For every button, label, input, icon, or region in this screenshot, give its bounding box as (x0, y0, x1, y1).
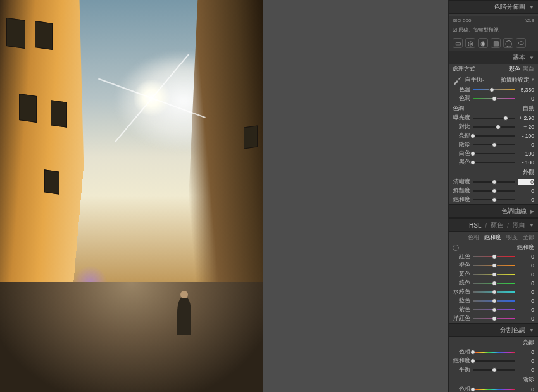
contrast-slider[interactable] (473, 123, 515, 131)
local-tools: ▭ ◎ ◉ ▤ ◯ ⬭ (449, 35, 538, 51)
tonecurve-header[interactable]: 色調曲線▶ (449, 204, 538, 218)
saturation-slider[interactable] (473, 196, 515, 204)
split-toning-header[interactable]: 分割色調▼ (449, 323, 538, 337)
tab-all[interactable]: 全部 (523, 233, 534, 242)
hsl-red-slider[interactable] (473, 253, 515, 260)
collapse-icon: ▼ (529, 328, 534, 333)
crop-tool-icon[interactable]: ▭ (453, 38, 463, 48)
hsl-magenta-slider[interactable] (473, 315, 515, 322)
exposure-slider[interactable] (473, 114, 515, 122)
histogram-header[interactable]: 色階分佈圖 ▼ (449, 0, 538, 14)
treatment-label: 處理方式 (453, 66, 475, 73)
hsl-tabs: 色相 飽和度 明度 全部 (449, 232, 538, 243)
iso-value: ISO 500 (453, 18, 471, 23)
grad-tool-icon[interactable]: ▤ (491, 38, 501, 48)
hsl-yellow-slider[interactable] (473, 271, 515, 278)
auto-tone-button[interactable]: 自動 (523, 104, 534, 113)
target-adjust-icon[interactable] (453, 245, 459, 251)
collapse-icon: ▼ (529, 55, 534, 61)
hsl-blue-slider[interactable] (473, 297, 515, 305)
split-balance-slider[interactable] (473, 366, 515, 374)
collapse-icon: ▼ (529, 223, 534, 228)
vibrance-slider[interactable] (473, 187, 515, 195)
collapse-icon: ▶ (530, 209, 534, 214)
tab-hue[interactable]: 色相 (468, 233, 479, 242)
split-hi-hue-slider[interactable] (473, 348, 515, 356)
highlights-slider[interactable] (473, 132, 515, 140)
wb-preset-dropdown[interactable]: 拍攝時設定 (501, 76, 529, 84)
eyedropper-icon[interactable] (453, 75, 463, 85)
shadows-slider[interactable] (473, 141, 515, 149)
temp-slider[interactable] (473, 86, 515, 94)
radial-tool-icon[interactable]: ◯ (503, 38, 513, 48)
redeye-tool-icon[interactable]: ◉ (478, 38, 488, 48)
treatment-bw[interactable]: 黑白 (523, 65, 534, 73)
tint-slider[interactable] (473, 95, 515, 102)
blacks-slider[interactable] (473, 159, 515, 166)
hsl-orange-slider (473, 262, 515, 269)
hsl-aqua-slider[interactable] (473, 288, 515, 296)
split-hi-sat-slider[interactable] (473, 357, 515, 365)
histogram-title: 色階分佈圖 (494, 3, 525, 11)
aperture-value: f/2.8 (524, 18, 534, 23)
chevron-down-icon: ▾ (532, 77, 534, 82)
whites-slider[interactable] (473, 150, 515, 157)
brush-tool-icon[interactable]: ⬭ (516, 38, 526, 48)
clarity-slider[interactable] (473, 178, 515, 186)
exif-strip: ISO 500 f/2.8 (449, 16, 538, 25)
hsl-purple-slider[interactable] (473, 306, 515, 314)
develop-panel: 色階分佈圖 ▼ ISO 500 f/2.8 ☑ 原稿、智慧型預視 ▭ ◎ ◉ ▤… (448, 0, 538, 392)
hsl-header[interactable]: HSL/ 顏色/ 黑白 ▼ (449, 218, 538, 232)
preview-image[interactable] (0, 0, 263, 392)
tab-luminance[interactable]: 明度 (506, 233, 518, 242)
split-sh-hue-slider[interactable] (473, 386, 515, 392)
hsl-green-slider[interactable] (473, 279, 515, 287)
basic-header[interactable]: 基本 ▼ (449, 51, 538, 64)
collapse-icon: ▼ (529, 4, 534, 10)
canvas-area[interactable] (0, 0, 448, 392)
treatment-color[interactable]: 彩色 (509, 65, 520, 73)
tab-saturation[interactable]: 飽和度 (484, 233, 501, 242)
spot-tool-icon[interactable]: ◎ (465, 38, 475, 48)
preview-mode[interactable]: ☑ 原稿、智慧型預視 (449, 25, 538, 35)
